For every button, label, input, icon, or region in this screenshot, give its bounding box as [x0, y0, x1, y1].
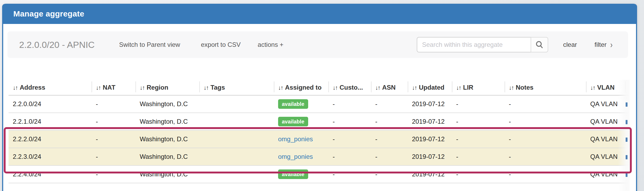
cell-lir: - — [452, 113, 505, 130]
column-header-customer[interactable]: ↓↑Custo... — [328, 80, 371, 95]
cell-tags — [199, 148, 274, 165]
truncated-cell-stub — [626, 173, 628, 177]
sort-icon: ↓↑ — [456, 84, 461, 91]
cell-address: 2.2.0.0/24 — [9, 95, 92, 113]
cell-truncated — [625, 130, 630, 148]
column-header-region[interactable]: ↓↑Region — [135, 80, 199, 95]
assigned-to-link[interactable]: omg_ponies — [278, 153, 313, 160]
truncated-cell-stub — [626, 120, 628, 124]
switch-to-parent-view-link[interactable]: Switch to Parent view — [119, 41, 180, 48]
sort-icon: ↓↑ — [590, 84, 595, 91]
column-header-asn[interactable]: ↓↑ASN — [371, 80, 408, 95]
cell-asn: - — [371, 165, 408, 183]
cell-customer: - — [328, 165, 371, 183]
cell-region: Washington, D.C — [135, 148, 199, 165]
column-header-vlan[interactable]: ↓↑VLAN — [586, 80, 625, 95]
table-row[interactable]: 2.2.1.0/24 - Washington, D.C available -… — [9, 113, 630, 130]
cell-asn: - — [371, 113, 408, 130]
cell-lir: - — [452, 130, 505, 148]
cell-truncated — [625, 165, 630, 183]
cell-vlan: QA VLAN — [586, 95, 625, 113]
cell-assigned-to: available — [274, 113, 328, 130]
clear-button[interactable]: clear — [563, 41, 577, 48]
cell-region: Washington, D.C — [135, 95, 199, 113]
aggregate-label: 2.2.0.0/20 - APNIC — [19, 40, 95, 50]
cell-tags — [199, 165, 274, 183]
truncated-cell-stub — [626, 138, 628, 142]
sort-icon: ↓↑ — [13, 84, 18, 91]
cell-customer: - — [328, 113, 371, 130]
export-to-csv-link[interactable]: export to CSV — [201, 41, 241, 48]
column-header-address[interactable]: ↓↑Address — [9, 80, 92, 95]
cell-tags — [199, 130, 274, 148]
cell-assigned-to: available — [274, 165, 328, 183]
filter-button[interactable]: filter › — [595, 41, 613, 49]
aggregate-table: ↓↑Address ↓↑NAT ↓↑Region ↓↑Tags ↓↑Assign… — [9, 80, 630, 183]
cell-vlan: QA VLAN — [586, 130, 625, 148]
search-button[interactable] — [531, 37, 548, 52]
sort-icon: ↓↑ — [140, 84, 145, 91]
cell-updated: 2019-07-12 — [408, 113, 452, 130]
search-icon — [535, 40, 544, 49]
column-header-tags[interactable]: ↓↑Tags — [199, 80, 274, 95]
actions-menu-button[interactable]: actions + — [258, 41, 283, 48]
truncated-cell-stub — [626, 102, 628, 107]
column-header-stub — [625, 80, 630, 95]
screen: Manage aggregate 2.2.0.0/20 - APNIC Swit… — [0, 0, 644, 191]
cell-address: 2.2.4.0/24 — [9, 165, 92, 183]
cell-customer: - — [328, 95, 371, 113]
cell-lir: - — [452, 165, 505, 183]
page-title: Manage aggregate — [13, 9, 84, 18]
table-row[interactable]: 2.2.0.0/24 - Washington, D.C available -… — [9, 95, 630, 113]
panel-header: Manage aggregate — [3, 4, 636, 24]
cell-notes: - — [505, 130, 586, 148]
assigned-to-link[interactable]: omg_ponies — [278, 135, 313, 143]
cell-address: 2.2.2.0/24 — [9, 130, 92, 148]
cell-notes: - — [505, 148, 586, 165]
cell-truncated — [625, 95, 630, 113]
table-row-highlighted[interactable]: 2.2.3.0/24 - Washington, D.C omg_ponies … — [9, 148, 630, 165]
cell-vlan: QA VLAN — [586, 148, 625, 165]
cell-tags — [199, 95, 274, 113]
availability-badge: available — [278, 117, 308, 126]
cell-asn: - — [371, 148, 408, 165]
sort-icon: ↓↑ — [509, 84, 514, 91]
table-row-highlighted[interactable]: 2.2.2.0/24 - Washington, D.C omg_ponies … — [9, 130, 630, 148]
cell-customer: - — [328, 130, 371, 148]
availability-badge: available — [278, 99, 308, 109]
cell-notes: - — [505, 113, 586, 130]
cell-nat: - — [92, 165, 135, 183]
cell-truncated — [625, 113, 630, 130]
chevron-right-icon: › — [610, 40, 613, 50]
cell-updated: 2019-07-12 — [408, 148, 452, 165]
cell-lir: - — [452, 148, 505, 165]
cell-nat: - — [92, 130, 135, 148]
cell-region: Washington, D.C — [135, 130, 199, 148]
search-input[interactable] — [417, 37, 531, 52]
cell-region: Washington, D.C — [135, 113, 199, 130]
cell-address: 2.2.1.0/24 — [9, 113, 92, 130]
cell-nat: - — [92, 148, 135, 165]
cell-asn: - — [371, 95, 408, 113]
toolbar: 2.2.0.0/20 - APNIC Switch to Parent view… — [7, 31, 628, 58]
cell-updated: 2019-07-12 — [408, 130, 452, 148]
sort-icon: ↓↑ — [204, 84, 208, 91]
table-row[interactable]: 2.2.4.0/24 - Washington, D.C available -… — [9, 165, 630, 183]
column-header-assigned-to[interactable]: ↓↑Assigned to — [274, 80, 328, 95]
column-header-nat[interactable]: ↓↑NAT — [92, 80, 135, 95]
cell-nat: - — [92, 95, 135, 113]
table-header-row: ↓↑Address ↓↑NAT ↓↑Region ↓↑Tags ↓↑Assign… — [9, 80, 630, 95]
column-header-notes[interactable]: ↓↑Notes — [505, 80, 586, 95]
sort-icon: ↓↑ — [278, 84, 283, 91]
cell-vlan: QA VLAN — [586, 113, 625, 130]
cell-updated: 2019-07-12 — [408, 165, 452, 183]
truncated-cell-stub — [626, 155, 628, 159]
column-header-updated[interactable]: ↓↑Updated — [408, 80, 452, 95]
cell-vlan: QA VLAN — [586, 165, 625, 183]
sort-icon: ↓↑ — [412, 84, 417, 91]
cell-truncated — [625, 148, 630, 165]
cell-region: Washington, D.C — [135, 165, 199, 183]
cell-customer: - — [328, 148, 371, 165]
cell-tags — [199, 113, 274, 130]
column-header-lir[interactable]: ↓↑LIR — [452, 80, 505, 95]
